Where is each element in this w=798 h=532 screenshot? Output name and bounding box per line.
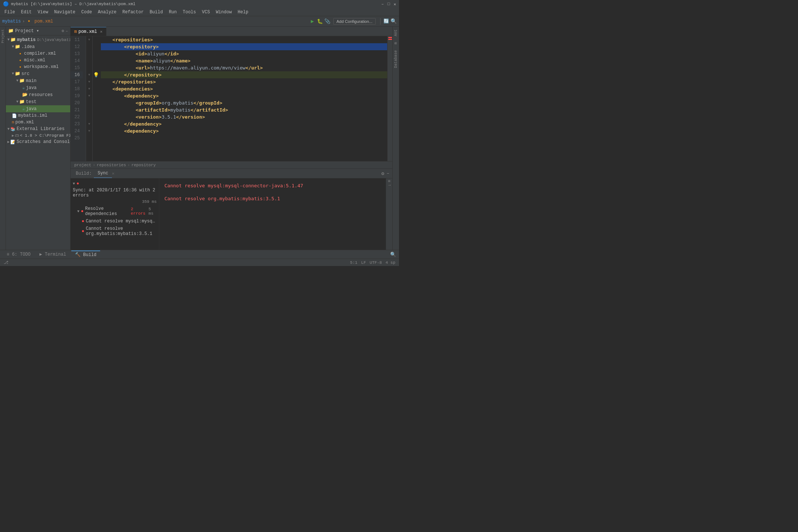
project-icon[interactable]: Project	[1, 28, 5, 44]
fold-12[interactable]	[86, 43, 92, 50]
code-content[interactable]: <repositories> <repository> <id>aliyun</…	[99, 36, 387, 161]
tree-item-misc-xml[interactable]: 🔸 misc.xml	[6, 57, 70, 64]
tree-item-main[interactable]: ▼ 📁 main	[6, 77, 70, 84]
tab-sync-close[interactable]: ✕	[112, 171, 115, 176]
attach-icon[interactable]: 📎	[324, 18, 330, 24]
fold-11[interactable]: ▼	[86, 36, 92, 43]
tree-item-scratches[interactable]: ▶ 📝 Scratches and Consoles	[6, 139, 70, 145]
settings-bottom-icon[interactable]: ⚙	[381, 171, 384, 177]
tree-item-jdk[interactable]: ▶ 🗃 < 1.8 > C:\Program Files\Java\j...	[6, 132, 70, 139]
minimize-panel-icon[interactable]: –	[65, 29, 68, 33]
code-editor[interactable]: 11 12 13 14 15 16 17 18 19 20 21 22 23 2…	[71, 36, 392, 161]
fold-19[interactable]: ▼	[86, 92, 92, 99]
project-panel-header: 📁 Project ▾ ⚙ –	[6, 27, 70, 35]
indent-info[interactable]: 4 sp	[386, 260, 395, 265]
fold-13	[86, 50, 92, 57]
minimize-bottom-icon[interactable]: –	[386, 171, 389, 176]
line-separator[interactable]: LF	[361, 260, 366, 265]
menu-window[interactable]: Window	[213, 9, 235, 16]
tree-item-compiler-xml[interactable]: 🔸 compiler.xml	[6, 50, 70, 57]
fold-24[interactable]: ▼	[86, 127, 92, 134]
menu-tools[interactable]: Tools	[180, 9, 199, 16]
build-output[interactable]: Cannot resolve mysql:mysql-connector-jav…	[159, 178, 386, 250]
code-line-18: <dependencies>	[101, 85, 387, 92]
settings-icon[interactable]: ⚙	[62, 28, 64, 33]
fold-markers: ▼ ▼ ▼ ▼ ▼ ▼ ▼	[86, 36, 93, 161]
tree-item-src[interactable]: ▼ 📁 src	[6, 70, 70, 77]
breadcrumb-project[interactable]: project	[74, 163, 91, 167]
scroll-end-icon[interactable]: ↓	[387, 184, 392, 187]
titlebar-left: 🔵 mybatis [d:\java\mybatis] – D:\java\my…	[3, 1, 136, 7]
menu-help[interactable]: Help	[235, 9, 251, 16]
tree-item-external-libraries[interactable]: ▼ 📚 External Libraries	[6, 126, 70, 132]
editor-breadcrumb: project › repositories › repository	[71, 161, 392, 168]
build-item-sync[interactable]: ▼ ● Sync: at 2020/1/17 16:36 with 2 erro…	[71, 180, 159, 205]
fold-23[interactable]: ▼	[86, 120, 92, 127]
menu-file[interactable]: File	[1, 9, 18, 16]
fold-17[interactable]: ▼	[86, 78, 92, 85]
build-item-resolve[interactable]: ▼ ● Resolve dependencies 2 errors 5 ms	[71, 205, 159, 218]
build-item-error-1[interactable]: ● Cannot resolve mysql:mysql-connector-j…	[71, 218, 159, 225]
encoding[interactable]: UTF-8	[370, 260, 382, 265]
menu-code[interactable]: Code	[78, 9, 95, 16]
menu-analyze[interactable]: Analyze	[95, 9, 119, 16]
menu-navigate[interactable]: Navigate	[51, 9, 78, 16]
maximize-button[interactable]: □	[388, 2, 390, 7]
tree-item-main-java[interactable]: ☕ java	[6, 84, 70, 91]
run-icon[interactable]: ▶	[311, 18, 314, 24]
error-marker-2	[388, 39, 392, 40]
menu-build[interactable]: Build	[147, 9, 166, 16]
tree-item-resources[interactable]: 📂 resources	[6, 91, 70, 98]
menu-edit[interactable]: Edit	[18, 9, 35, 16]
build-item-error-2[interactable]: ● Cannot resolve org.mybatis:mybatis:3.5…	[71, 225, 159, 238]
breadcrumb-pom[interactable]: 🔸 pom.xml	[26, 18, 53, 24]
project-title[interactable]: Project ▾	[15, 28, 39, 34]
filter-icon[interactable]: ≡	[387, 180, 392, 183]
breadcrumb-mybatis[interactable]: mybatis	[2, 19, 21, 24]
ant-panel-icon[interactable]: Ant	[393, 28, 399, 38]
debug-icon[interactable]: 🐛	[317, 18, 323, 24]
code-line-19: <dependency>	[101, 92, 387, 99]
menu-run[interactable]: Run	[166, 9, 180, 16]
fold-18[interactable]: ▼	[86, 85, 92, 92]
bottom-panel-content: ▼ ● Sync: at 2020/1/17 16:36 with 2 erro…	[71, 178, 392, 250]
tab-todo[interactable]: ≡ 6: TODO	[3, 251, 34, 258]
search-everywhere-icon[interactable]: 🔍	[391, 18, 397, 24]
maven-panel-icon[interactable]: m	[393, 41, 399, 46]
menu-view[interactable]: View	[35, 9, 51, 16]
add-configuration-button[interactable]: Add Configuration...	[333, 18, 376, 25]
right-side-panel: Ant m Database	[392, 27, 399, 250]
code-line-24: <dependency>	[101, 127, 387, 134]
code-line-15: <url>https://maven.aliyun.com/mvn/view</…	[101, 64, 387, 71]
tab-terminal[interactable]: ▶ Terminal	[36, 251, 70, 258]
tab-build-bottom[interactable]: 🔨 Build	[71, 250, 100, 258]
tree-item-test-java[interactable]: ☕ java	[6, 105, 70, 112]
tab-sync[interactable]: Sync	[94, 169, 112, 178]
light-bulb-icon[interactable]: 💡	[93, 71, 99, 78]
tree-item-idea[interactable]: ▼ 📁 .idea	[6, 43, 70, 50]
menu-vcs[interactable]: VCS	[199, 9, 213, 16]
minimize-button[interactable]: –	[381, 2, 384, 7]
tree-item-pom-xml[interactable]: m pom.xml	[6, 119, 70, 126]
tree-item-workspace-xml[interactable]: 🔸 workspace.xml	[6, 64, 70, 70]
code-line-13: <id>aliyun</id>	[101, 50, 387, 57]
breadcrumb-sep-1: ›	[93, 163, 95, 167]
reload-icon[interactable]: 🔄	[383, 18, 389, 24]
tab-close-icon[interactable]: ✕	[100, 29, 103, 34]
fold-16[interactable]: ▼	[86, 71, 92, 78]
tree-label-workspace-xml: workspace.xml	[24, 64, 59, 69]
tree-item-mybatis-iml[interactable]: 📄 mybatis.iml	[6, 112, 70, 119]
menu-refactor[interactable]: Refactor	[119, 9, 147, 16]
breadcrumb-repository[interactable]: repository	[132, 163, 156, 167]
tree-item-root[interactable]: ▼ 📁 mybatis D:\java\mybatis	[6, 36, 70, 43]
tree-item-test[interactable]: ▼ 📁 test	[6, 98, 70, 105]
breadcrumb-repositories[interactable]: repositories	[97, 163, 126, 167]
vcs-icon[interactable]: ⎇	[4, 260, 8, 265]
search-bottom-icon[interactable]: 🔍	[390, 252, 396, 258]
error-1-icon: ●	[82, 219, 84, 224]
tab-pom-xml[interactable]: m pom.xml ✕	[71, 27, 106, 36]
close-button[interactable]: ✕	[393, 2, 396, 7]
database-panel-icon[interactable]: Database	[393, 49, 399, 69]
tab-icon: m	[74, 29, 77, 34]
left-side-icons: Project	[0, 27, 6, 250]
